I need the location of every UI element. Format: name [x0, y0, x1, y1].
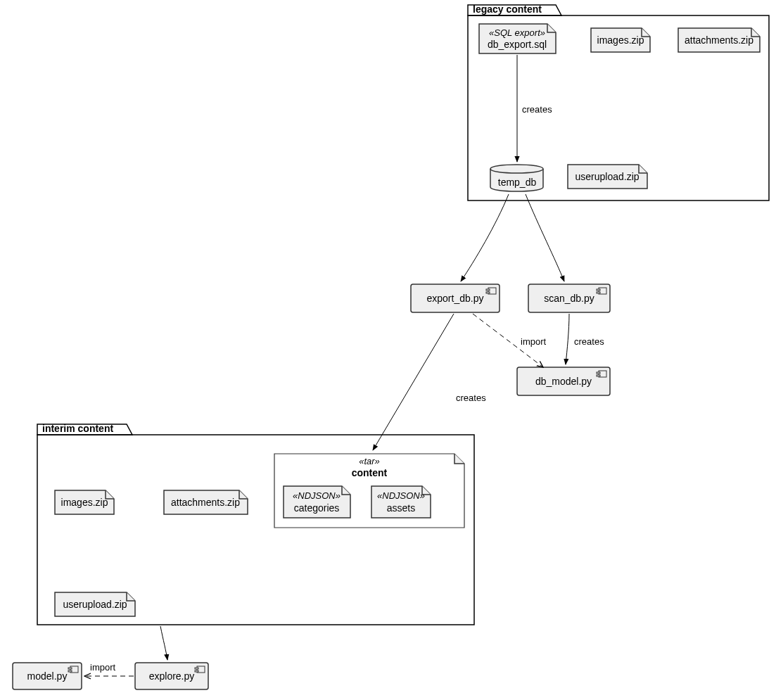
- svg-rect-6: [486, 292, 490, 293]
- svg-rect-19: [195, 668, 198, 669]
- svg-rect-14: [597, 375, 600, 376]
- svg-rect-24: [68, 670, 72, 672]
- svg-rect-5: [486, 289, 490, 291]
- component-db-model: db_model.py: [517, 367, 610, 395]
- component-explore-label: explore.py: [149, 670, 195, 682]
- component-export-db-label: export_db.py: [427, 293, 484, 304]
- database-temp-db: temp_db: [490, 165, 543, 191]
- artifact-attachments-interim: attachments.zip: [164, 490, 248, 514]
- artifact-db-export-stereo: «SQL export»: [489, 27, 545, 38]
- artifact-categories-stereo: «NDJSON»: [293, 490, 341, 501]
- artifact-assets: «NDJSON» assets: [371, 486, 431, 518]
- edge-creates-2-label: creates: [574, 336, 604, 347]
- component-export-db: export_db.py: [411, 284, 500, 312]
- artifact-userupload-interim-label: userupload.zip: [63, 599, 127, 610]
- component-model: model.py: [13, 663, 82, 689]
- svg-rect-20: [195, 670, 198, 672]
- edge-db-export-to-temp-db: creates: [517, 55, 552, 162]
- artifact-images-legacy: images.zip: [591, 28, 650, 52]
- artifact-assets-stereo: «NDJSON»: [377, 490, 425, 501]
- component-model-label: model.py: [27, 670, 68, 682]
- artifact-content-stereo: «tar»: [359, 456, 380, 466]
- component-explore: explore.py: [135, 663, 208, 689]
- component-scan-db: scan_db.py: [528, 284, 610, 312]
- artifact-userupload-legacy: userupload.zip: [568, 165, 647, 189]
- artifact-userupload-interim: userupload.zip: [55, 592, 135, 616]
- artifact-attachments-legacy-label: attachments.zip: [685, 34, 753, 46]
- edge-scan-db-to-db-model: creates: [566, 314, 604, 364]
- package-interim-title: interim content: [42, 423, 113, 434]
- artifact-images-interim: images.zip: [55, 490, 114, 514]
- artifact-attachments-interim-label: attachments.zip: [171, 497, 240, 508]
- component-scan-db-label: scan_db.py: [544, 293, 594, 304]
- edge-import-2-label: import: [90, 662, 116, 673]
- edge-temp-db-to-scan-db: [526, 194, 564, 281]
- edge-export-db-to-content: creates: [373, 314, 486, 450]
- edge-temp-db-to-export-db: [461, 194, 509, 281]
- artifact-content-label: content: [352, 467, 388, 478]
- artifact-categories-label: categories: [294, 502, 340, 514]
- svg-rect-9: [597, 289, 600, 291]
- artifact-attachments-legacy: attachments.zip: [678, 28, 760, 52]
- artifact-db-export-label: db_export.sql: [488, 39, 547, 50]
- svg-rect-13: [597, 372, 600, 374]
- component-db-model-label: db_model.py: [535, 376, 592, 387]
- artifact-images-legacy-label: images.zip: [597, 34, 644, 46]
- package-legacy-title: legacy content: [473, 4, 542, 15]
- artifact-categories: «NDJSON» categories: [284, 486, 350, 518]
- svg-rect-23: [68, 668, 72, 669]
- svg-rect-10: [597, 292, 600, 293]
- artifact-userupload-legacy-label: userupload.zip: [575, 171, 639, 182]
- artifact-db-export: «SQL export» db_export.sql: [479, 24, 556, 53]
- edge-interim-to-explore: [160, 626, 167, 660]
- edge-explore-to-model: import: [84, 662, 134, 676]
- artifact-assets-label: assets: [387, 502, 415, 514]
- database-temp-db-label: temp_db: [498, 177, 537, 188]
- artifact-images-interim-label: images.zip: [61, 497, 108, 508]
- edge-creates-3-label: creates: [456, 393, 486, 403]
- edge-import-1-label: import: [521, 336, 547, 347]
- edge-creates-1-label: creates: [522, 104, 552, 115]
- edge-export-db-to-db-model: import: [473, 314, 547, 367]
